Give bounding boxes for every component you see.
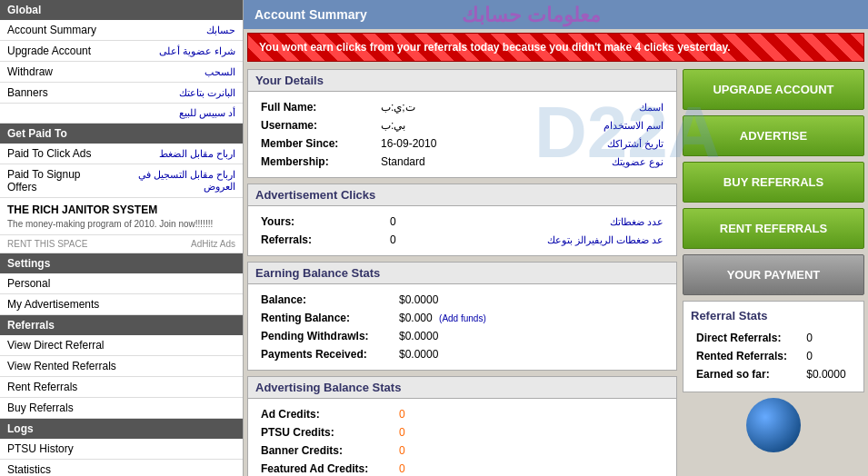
sidebar-item-view-direct[interactable]: View Direct Referral <box>0 335 243 356</box>
earning-balance-header: Earning Balance Stats <box>248 263 676 284</box>
referral-stats-table: Direct Referrals: 0 Rented Referrals: 0 … <box>691 328 856 384</box>
rented-referrals-label: Rented Referrals: <box>693 348 801 364</box>
featured-ad-value: 0 <box>395 461 667 476</box>
page-title: Account Summary <box>254 7 367 22</box>
balance-value: $0.0000 <box>395 292 667 308</box>
warning-text: You wont earn clicks from your referrals… <box>259 41 731 54</box>
referral-stats-header: Referral Stats <box>691 309 856 322</box>
sidebar-item-rent-referrals[interactable]: Rent Referrals <box>0 377 243 398</box>
renting-label: Renting Balance: <box>257 310 394 326</box>
referrals-label: Referrals: <box>257 232 384 248</box>
sidebar-item-statistics[interactable]: Statistics <box>0 460 243 476</box>
referral-stats-box: Referral Stats Direct Referrals: 0 Rente… <box>683 301 864 392</box>
ptsu-credits-value: 0 <box>395 424 667 441</box>
sidebar-item-ptc[interactable]: Paid To Click Ads ارباح مقابل الضغط <box>0 144 243 164</box>
ad-balance-stats: Ad Credits: 0 PTSU Credits: 0 Banner Cre… <box>248 399 676 476</box>
sidebar-item-my-advertisements[interactable]: My Advertisements <box>0 294 243 315</box>
direct-referrals-label: Direct Referrals: <box>693 330 801 346</box>
payments-label: Payments Received: <box>257 346 394 362</box>
earned-so-far-value: $0.0000 <box>803 366 854 382</box>
upgrade-account-button[interactable]: UPGRADE ACCOUNT <box>683 69 864 110</box>
banner-credits-value: 0 <box>395 442 667 459</box>
sidebar-header-global: Global <box>0 0 243 20</box>
sidebar-header-get-paid-to: Get Paid To <box>0 124 243 144</box>
your-details-header: Your Details <box>248 70 676 92</box>
sidebar-item-ptso[interactable]: Paid To Signup Offers ارباح مقابل التسجي… <box>0 164 243 198</box>
username-label: Username: <box>257 117 375 134</box>
add-funds-link[interactable]: (Add funds) <box>439 313 486 323</box>
membership-arabic: نوع عضويتك <box>518 154 667 170</box>
referrals-value: 0 <box>386 232 414 248</box>
yours-arabic: عدد ضغطاتك <box>415 213 667 230</box>
sidebar-item-personal[interactable]: Personal <box>0 273 243 294</box>
sidebar-item-view-rented[interactable]: View Rented Referrals <box>0 356 243 377</box>
sidebar-advert-bar: RENT THIS SPACE AdHitz Ads <box>0 235 243 253</box>
banner-credits-label: Banner Credits: <box>257 442 394 459</box>
member-since-arabic: تاريخ أشتراكك <box>518 135 667 152</box>
yours-value: 0 <box>386 213 414 230</box>
earning-balance-stats: Balance: $0.0000 Renting Balance: $0.000… <box>248 284 676 370</box>
featured-ad-label: Featured Ad Credits: <box>257 461 394 476</box>
full-name-arabic: اسمك <box>518 99 667 115</box>
full-name-value: ت;ي:ب <box>377 99 516 115</box>
your-payment-button[interactable]: YOUR PAYMENT <box>683 254 864 295</box>
sidebar-item-buy-referrals[interactable]: Buy Referrals <box>0 398 243 419</box>
promo-title[interactable]: THE RICH JANITOR SYSTEM <box>7 203 235 216</box>
full-name-label: Full Name: <box>257 99 375 115</box>
pending-value: $0.0000 <box>395 328 667 344</box>
member-since-label: Member Since: <box>257 135 375 152</box>
ad-clicks-stats: Yours: 0 عدد ضغطاتك Referrals: 0 عد ضغطا… <box>248 206 676 255</box>
earning-balance-box: Earning Balance Stats Balance: $0.0000 R… <box>247 262 677 371</box>
sidebar-header-referrals: Referrals <box>0 315 243 335</box>
direct-referrals-value: 0 <box>803 330 854 346</box>
ad-clicks-header: Advertisement Clicks <box>248 184 676 206</box>
your-details-box: Your Details Full Name: ت;ي:ب اسمك Usern… <box>247 69 677 178</box>
ptsu-credits-label: PTSU Credits: <box>257 424 394 441</box>
pending-label: Pending Withdrawls: <box>257 328 394 344</box>
sidebar-item-upgrade-account[interactable]: Upgrade Account شراء عضوية أعلى <box>0 41 243 62</box>
username-value: بي:ب <box>377 117 516 134</box>
ad-balance-header: Advertising Balance Stats <box>248 377 676 399</box>
sidebar: Global Account Summary حسابك Upgrade Acc… <box>0 0 244 476</box>
sidebar-item-adspace[interactable]: أد سبيس للبيع <box>0 104 243 124</box>
ad-clicks-box: Advertisement Clicks Yours: 0 عدد ضغطاتك… <box>247 183 677 256</box>
rented-referrals-value: 0 <box>803 348 854 364</box>
rent-referrals-button[interactable]: RENT REFERRALS <box>683 208 864 249</box>
balance-label: Balance: <box>257 292 394 308</box>
yours-label: Yours: <box>257 213 384 230</box>
sidebar-item-ptsu-history[interactable]: PTSU History <box>0 439 243 460</box>
ad-credits-label: Ad Credits: <box>257 406 394 422</box>
details-table: Full Name: ت;ي:ب اسمك Username: بي:ب اسم… <box>248 92 676 177</box>
page-title-bar: Account Summary <box>244 0 868 29</box>
sidebar-header-logs: Logs <box>0 419 243 439</box>
left-panel: Your Details Full Name: ت;ي:ب اسمك Usern… <box>247 69 677 476</box>
membership-value: Standard <box>377 154 516 170</box>
earned-so-far-label: Earned so far: <box>693 366 801 382</box>
payments-value: $0.0000 <box>395 346 667 362</box>
globe-image <box>746 398 801 452</box>
promo-desc: The money-making program of 2010. Join n… <box>7 219 213 229</box>
sidebar-item-withdraw[interactable]: Withdraw السحب <box>0 62 243 83</box>
member-since-value: 16-09-2010 <box>377 135 516 152</box>
sidebar-header-settings: Settings <box>0 253 243 273</box>
sidebar-item-banners[interactable]: Banners البانرت بتاعتك <box>0 83 243 104</box>
renting-value: $0.000 (Add funds) <box>395 310 667 326</box>
username-arabic: اسم الاستخدام <box>518 117 667 134</box>
buy-referrals-button[interactable]: BUY REFERRALS <box>683 162 864 203</box>
sidebar-item-account-summary[interactable]: Account Summary حسابك <box>0 20 243 41</box>
warning-bar: You wont earn clicks from your referrals… <box>247 33 864 62</box>
right-panel: UPGRADE ACCOUNT ADVERTISE BUY REFERRALS … <box>683 69 864 476</box>
membership-label: Membership: <box>257 154 375 170</box>
referrals-arabic: عد ضغطات الريفيرالز بتوعك <box>415 232 667 248</box>
advertise-button[interactable]: ADVERTISE <box>683 115 864 156</box>
sidebar-promo: THE RICH JANITOR SYSTEM The money-making… <box>0 198 243 235</box>
ad-balance-box: Advertising Balance Stats Ad Credits: 0 … <box>247 376 677 476</box>
ad-credits-value: 0 <box>395 406 667 422</box>
